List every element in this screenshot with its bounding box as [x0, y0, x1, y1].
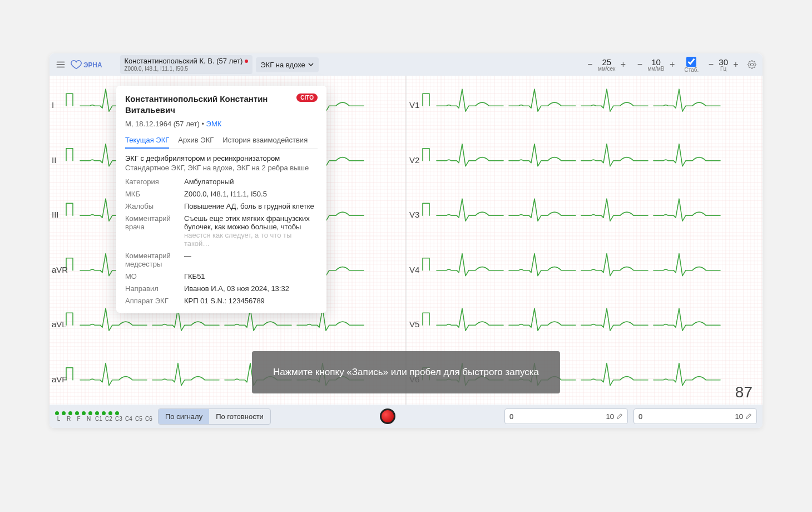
lead-name: C5 — [135, 416, 142, 422]
popup-tab[interactable]: Текущая ЭКГ — [125, 136, 169, 149]
lead-dot — [88, 411, 92, 415]
trigger-segment: По сигналу По готовности — [158, 408, 271, 425]
speed-stepper: − 25мм/сек + — [583, 58, 630, 72]
ecg-mode-select[interactable]: ЭКГ на вдохе — [256, 57, 319, 72]
popup-tab[interactable]: Архив ЭКГ — [178, 136, 214, 148]
freq-stepper: − 30Гц + — [704, 58, 742, 72]
header-bar: ЭРНА Константинопольский К. В. (57 лет) … — [49, 53, 763, 76]
menu-button[interactable] — [54, 58, 67, 71]
freq-unit: Гц — [720, 66, 726, 72]
field-key: Аппарат ЭКГ — [125, 297, 180, 305]
gain-decrement[interactable]: − — [635, 60, 644, 70]
emr-link[interactable]: ЭМК — [206, 120, 222, 128]
settings-button[interactable] — [746, 58, 758, 71]
patient-popup: Константинопольский Константин Витальеви… — [116, 86, 326, 313]
field-key: МО — [125, 272, 180, 280]
field-key: Комментарий медсестры — [125, 252, 180, 268]
speed-decrement[interactable]: − — [586, 60, 595, 70]
lead-dot — [55, 411, 59, 415]
lead-name: C1 — [95, 416, 102, 422]
freq-decrement[interactable]: − — [706, 60, 715, 70]
gain-unit: мм/мВ — [647, 66, 664, 72]
speed-increment[interactable]: + — [618, 60, 627, 70]
patient-codes: Z000.0, I48.1, I11.1, I50.5 — [125, 66, 249, 72]
pencil-icon — [616, 413, 623, 420]
lead-dot — [108, 411, 112, 415]
range2-left: 0 — [638, 412, 642, 421]
field-value: ГКБ51 — [184, 272, 318, 280]
instruction-toast: Нажмите кнопку «Запись» или пробел для б… — [252, 351, 560, 393]
lead-name: C2 — [105, 416, 112, 422]
gain-stepper: − 10мм/мВ + — [633, 58, 679, 72]
ecg-mode-label: ЭКГ на вдохе — [260, 61, 305, 69]
patient-subline: М, 18.12.1964 (57 лет) • ЭМК — [125, 120, 318, 128]
ecg-config-line: ЭКГ с дефибрилятором и ресинхронизатором — [125, 154, 318, 163]
speed-unit: мм/сек — [598, 66, 615, 72]
lead-dot — [102, 411, 106, 415]
lead-dot — [68, 411, 72, 415]
range-input-2[interactable]: 0 10 — [633, 408, 757, 424]
lead-name: N — [85, 416, 92, 422]
lead-dot — [82, 411, 86, 415]
app-logo: ЭРНА — [71, 58, 117, 71]
svg-text:ЭРНА: ЭРНА — [83, 61, 102, 69]
field-value: Иванов И.А, 03 ноя 2024, 13:32 — [184, 284, 318, 293]
lead-name: L — [55, 416, 62, 422]
freq-value: 30 — [719, 58, 728, 66]
lead-name: F — [75, 416, 82, 422]
field-key: МКБ — [125, 190, 180, 198]
patient-full-name: Константинопольский Константин Витальеви… — [125, 93, 292, 116]
lead-status-panel: LRFNC1C2C3C4C5C6 — [55, 411, 152, 422]
cito-badge: CITO — [296, 93, 318, 102]
range1-right: 10 — [606, 412, 614, 421]
lead-name: C6 — [145, 416, 152, 422]
segment-by-signal[interactable]: По сигналу — [159, 409, 209, 424]
field-key: Комментарий врача — [125, 214, 180, 248]
urgent-dot-icon — [245, 60, 248, 63]
record-button[interactable] — [380, 408, 395, 424]
lead-dot — [75, 411, 79, 415]
lead-dot — [115, 411, 119, 415]
field-value: Съешь еще этих мягких французских булоче… — [184, 214, 318, 248]
heart-rate-value: 87 — [735, 383, 752, 401]
field-value: Повышение АД, боль в грудной клетке — [184, 202, 318, 210]
field-key: Жалобы — [125, 202, 180, 210]
field-value: Амбулаторный — [184, 178, 318, 186]
gain-value: 10 — [651, 58, 661, 66]
field-value: Z000.0, I48.1, I11.1, I50.5 — [184, 190, 318, 198]
gear-icon — [747, 60, 756, 69]
popup-tab[interactable]: История взаимодействия — [222, 136, 308, 148]
hamburger-icon — [56, 60, 66, 70]
popup-tabs: Текущая ЭКГАрхив ЭКГИстория взаимодейств… — [125, 136, 318, 149]
range-input-1[interactable]: 0 10 — [504, 408, 628, 424]
patient-chip[interactable]: Константинопольский К. В. (57 лет) Z000.… — [120, 55, 253, 73]
patient-fields: КатегорияАмбулаторныйМКБZ000.0, I48.1, I… — [125, 178, 318, 305]
gain-increment[interactable]: + — [668, 60, 677, 70]
lead-dot — [62, 411, 66, 415]
stab-toggle[interactable]: Стаб. — [682, 57, 701, 73]
range2-right: 10 — [735, 412, 743, 421]
footer-bar: LRFNC1C2C3C4C5C6 По сигналу По готовност… — [49, 405, 763, 428]
lead-name: R — [65, 416, 72, 422]
field-value: — — [184, 252, 318, 268]
ecg-types-line: Стандартное ЭКГ, ЭКГ на вдохе, ЭКГ на 2 … — [125, 164, 318, 172]
stab-label: Стаб. — [685, 67, 699, 73]
speed-value: 25 — [602, 58, 611, 66]
chevron-down-icon — [308, 61, 314, 68]
freq-increment[interactable]: + — [731, 60, 740, 70]
pencil-icon — [745, 413, 752, 420]
field-key: Категория — [125, 178, 180, 186]
field-value: КРП 01 S.N.: 123456789 — [184, 297, 318, 305]
lead-name: C4 — [125, 416, 132, 422]
segment-by-readiness[interactable]: По готовности — [209, 409, 270, 424]
range1-left: 0 — [509, 412, 513, 421]
stab-checkbox[interactable] — [686, 57, 696, 67]
field-key: Направил — [125, 284, 180, 293]
lead-dot — [95, 411, 99, 415]
patient-short-name: Константинопольский К. В. (57 лет) — [125, 57, 243, 65]
lead-name: C3 — [115, 416, 122, 422]
